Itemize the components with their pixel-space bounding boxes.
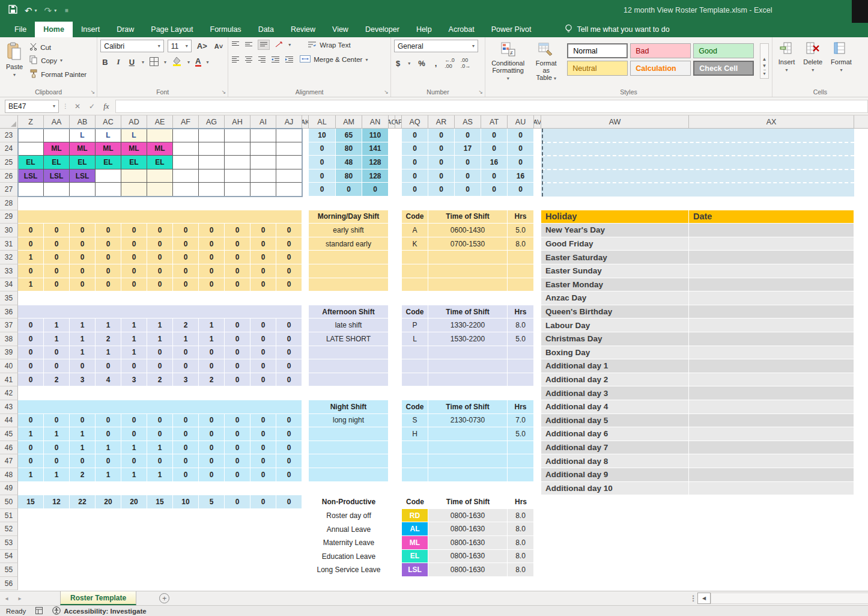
- prev-sheet-icon[interactable]: ◂: [0, 591, 13, 605]
- cell-style-good[interactable]: Good: [693, 43, 754, 58]
- row-header-25[interactable]: 25: [0, 156, 18, 169]
- shift-total-cell[interactable]: 0: [309, 169, 336, 183]
- roster-cell[interactable]: [225, 156, 250, 169]
- column-header-AF[interactable]: AF: [173, 115, 199, 129]
- afternoon-hrs-cell[interactable]: [508, 373, 534, 387]
- night-code-cell[interactable]: [402, 454, 428, 468]
- clipboard-dialog-launcher[interactable]: ↘: [91, 89, 96, 95]
- shift-total-cell[interactable]: 0: [309, 156, 336, 169]
- holiday-name-cell[interactable]: Easter Monday: [541, 278, 689, 292]
- roster-cell[interactable]: [18, 129, 44, 142]
- night-count-cell[interactable]: 0: [173, 454, 199, 468]
- next-sheet-icon[interactable]: ▸: [13, 591, 26, 605]
- leave-total-cell[interactable]: 0: [508, 183, 534, 197]
- leave-total-cell[interactable]: 0: [402, 169, 428, 183]
- holiday-date-cell[interactable]: [689, 237, 854, 251]
- holiday-date-cell[interactable]: [689, 427, 854, 441]
- ribbon-tab-page-layout[interactable]: Page Layout: [142, 22, 201, 37]
- grand-total-cell[interactable]: 22: [70, 495, 96, 509]
- morning-band[interactable]: [18, 210, 302, 224]
- fill-color-dropdown-icon[interactable]: ▾: [187, 59, 190, 65]
- night-count-cell[interactable]: 1: [44, 427, 70, 441]
- roster-cell[interactable]: [250, 129, 276, 142]
- night-count-cell[interactable]: 0: [250, 454, 276, 468]
- shift-total-cell[interactable]: 48: [336, 156, 362, 169]
- leave-total-cell[interactable]: 0: [481, 183, 508, 197]
- night-count-cell[interactable]: 0: [44, 454, 70, 468]
- morning-title[interactable]: Morning/Day Shift: [309, 210, 389, 224]
- scroll-left-button[interactable]: ◀: [697, 593, 711, 604]
- night-hrs-cell[interactable]: 5.0: [508, 427, 534, 441]
- grand-total-cell[interactable]: 0: [276, 495, 302, 509]
- column-header-AD[interactable]: AD: [121, 115, 147, 129]
- align-middle-icon[interactable]: [244, 41, 253, 49]
- grand-total-cell[interactable]: 0: [225, 495, 250, 509]
- column-header-Z[interactable]: Z: [18, 115, 44, 129]
- ribbon-tab-file[interactable]: File: [6, 22, 35, 37]
- roster-cell[interactable]: [44, 129, 70, 142]
- row-header-44[interactable]: 44: [0, 414, 18, 428]
- leave-total-cell[interactable]: 16: [508, 169, 534, 183]
- customize-qat-icon[interactable]: ≡: [65, 7, 68, 14]
- morning-shift-label[interactable]: [309, 264, 389, 278]
- morning-count-cell[interactable]: 0: [199, 224, 225, 237]
- accessibility-status[interactable]: Accessibility: Investigate: [52, 606, 146, 616]
- holiday-date-cell[interactable]: [689, 291, 854, 305]
- font-size-select[interactable]: 11▾: [168, 40, 192, 52]
- morning-time-cell[interactable]: [428, 278, 508, 292]
- night-band[interactable]: [18, 400, 302, 414]
- night-count-cell[interactable]: 1: [121, 468, 147, 482]
- copy-dropdown-icon[interactable]: ▾: [60, 58, 62, 63]
- morning-count-cell[interactable]: 0: [225, 237, 250, 251]
- grand-total-cell[interactable]: 20: [121, 495, 147, 509]
- morning-code-cell[interactable]: [402, 264, 428, 278]
- ribbon-tab-developer[interactable]: Developer: [357, 22, 408, 37]
- redo-dropdown-icon[interactable]: ▾: [54, 8, 56, 13]
- morning-count-cell[interactable]: 1: [18, 278, 44, 292]
- holiday-date-cell[interactable]: [689, 346, 854, 360]
- night-hrs-header[interactable]: Hrs: [508, 400, 534, 414]
- afternoon-hrs-header[interactable]: Hrs: [508, 305, 534, 319]
- column-header-AL[interactable]: AL: [309, 115, 336, 129]
- morning-count-cell[interactable]: 0: [70, 251, 96, 264]
- ribbon-tab-help[interactable]: Help: [408, 22, 440, 37]
- roster-cell[interactable]: EL: [44, 156, 70, 169]
- night-count-cell[interactable]: 0: [276, 427, 302, 441]
- morning-count-cell[interactable]: 0: [44, 264, 70, 278]
- grand-total-cell[interactable]: 12: [44, 495, 70, 509]
- holiday-date-cell[interactable]: [689, 482, 854, 496]
- shift-total-cell[interactable]: 128: [362, 156, 389, 169]
- morning-count-cell[interactable]: 0: [250, 251, 276, 264]
- afternoon-count-cell[interactable]: 0: [44, 359, 70, 373]
- night-time-cell[interactable]: [428, 441, 508, 455]
- roster-cell[interactable]: ML: [121, 142, 147, 156]
- cancel-entry-icon[interactable]: ✕: [72, 102, 83, 111]
- new-sheet-button[interactable]: +: [159, 593, 169, 603]
- leave-total-cell[interactable]: 0: [508, 142, 534, 156]
- row-header-40[interactable]: 40: [0, 359, 18, 373]
- number-format-select[interactable]: General▾: [394, 40, 478, 52]
- afternoon-count-cell[interactable]: 0: [96, 359, 121, 373]
- column-header-AQ[interactable]: AQ: [402, 115, 428, 129]
- afternoon-band[interactable]: [18, 305, 302, 319]
- morning-count-cell[interactable]: 0: [147, 224, 173, 237]
- night-shift-label[interactable]: [309, 441, 389, 455]
- roster-cell[interactable]: EL: [147, 156, 173, 169]
- align-top-icon[interactable]: [231, 41, 240, 49]
- number-dialog-launcher[interactable]: ↘: [479, 89, 484, 95]
- morning-count-cell[interactable]: 0: [121, 224, 147, 237]
- morning-code-cell[interactable]: A: [402, 224, 428, 237]
- holiday-name-cell[interactable]: Additional day 8: [541, 454, 689, 468]
- nonproductive-time-cell[interactable]: 0800-1630: [428, 563, 508, 577]
- row-header-24[interactable]: 24: [0, 142, 18, 156]
- borders-icon[interactable]: [150, 57, 159, 67]
- morning-count-cell[interactable]: 0: [250, 224, 276, 237]
- format-painter-button[interactable]: Format Painter: [28, 69, 88, 80]
- cell-style-neutral[interactable]: Neutral: [567, 61, 628, 76]
- holiday-date-cell[interactable]: [689, 400, 854, 414]
- ribbon-tab-draw[interactable]: Draw: [108, 22, 142, 37]
- afternoon-count-cell[interactable]: 0: [173, 359, 199, 373]
- column-header-AM[interactable]: AM: [336, 115, 362, 129]
- roster-cell[interactable]: [70, 183, 96, 197]
- column-header-AN[interactable]: AN: [362, 115, 389, 129]
